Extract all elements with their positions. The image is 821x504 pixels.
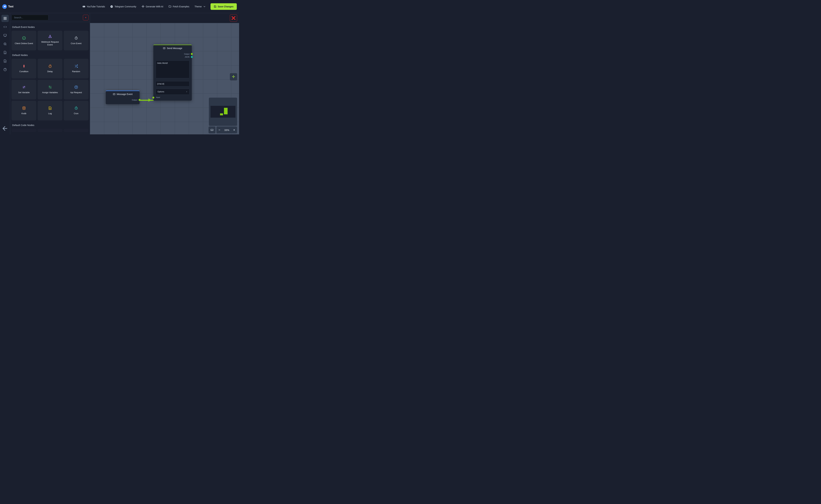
port-input-label: Input bbox=[156, 96, 160, 98]
fetch-label: Fetch Examples bbox=[173, 5, 189, 8]
check-circle-icon bbox=[22, 36, 26, 40]
input-port[interactable] bbox=[152, 97, 154, 99]
telegram-icon bbox=[3, 5, 6, 8]
sparkle-icon bbox=[232, 75, 235, 78]
card-api-request[interactable]: Api Request bbox=[64, 80, 88, 99]
rail-search-button[interactable] bbox=[1, 40, 9, 48]
rail-nodes-button[interactable] bbox=[1, 15, 9, 22]
panel-close-button[interactable] bbox=[83, 15, 88, 20]
svg-point-19 bbox=[23, 106, 25, 107]
svg-rect-14 bbox=[23, 65, 24, 67]
card-cron-event[interactable]: Cron Event bbox=[64, 31, 88, 50]
card-condition[interactable]: Condition bbox=[11, 59, 36, 78]
keyboard-shortcuts-button[interactable] bbox=[209, 126, 216, 133]
minimap[interactable] bbox=[209, 98, 237, 126]
card-label: Log bbox=[48, 112, 52, 115]
timer-icon bbox=[74, 106, 78, 110]
port-output-label: Output bbox=[132, 99, 137, 101]
card-code-placeholder[interactable] bbox=[38, 129, 62, 132]
zoom-in-button[interactable] bbox=[231, 126, 237, 133]
card-client-online-event[interactable]: Client Online Event bbox=[11, 31, 36, 50]
message-text-input[interactable] bbox=[156, 61, 189, 78]
output-port[interactable] bbox=[191, 53, 193, 55]
fetch-examples-link[interactable]: Fetch Examples bbox=[166, 3, 192, 10]
database-icon bbox=[22, 106, 26, 110]
card-label: Condition bbox=[19, 70, 28, 73]
ai-assist-button[interactable] bbox=[230, 73, 237, 80]
grid-icon bbox=[3, 17, 7, 20]
search-input[interactable] bbox=[11, 15, 48, 20]
svg-rect-6 bbox=[4, 34, 6, 36]
zoom-percentage: 33% bbox=[222, 129, 231, 131]
zoom-in-icon bbox=[3, 42, 7, 46]
svg-rect-23 bbox=[211, 129, 213, 131]
message-icon bbox=[113, 93, 115, 95]
chevron-right-icon bbox=[186, 91, 188, 93]
rail-code-button[interactable] bbox=[1, 23, 9, 31]
monitor-icon bbox=[3, 34, 7, 37]
zoom-out-button[interactable] bbox=[217, 126, 222, 133]
sparkle-icon bbox=[141, 5, 144, 8]
app-title: Test bbox=[8, 5, 13, 8]
node-send-message[interactable]: Send Message Output JSON bbox=[153, 45, 192, 101]
card-kvdb[interactable]: Kvdb bbox=[11, 101, 36, 120]
app-logo[interactable]: Test bbox=[2, 4, 13, 9]
save-changes-button[interactable]: Save Changes bbox=[211, 3, 237, 10]
upload-icon bbox=[74, 85, 78, 89]
card-code-placeholder[interactable] bbox=[64, 129, 88, 132]
send-icon bbox=[163, 47, 165, 50]
close-icon bbox=[230, 15, 237, 21]
rail-back-button[interactable] bbox=[1, 125, 9, 132]
svg-rect-2 bbox=[4, 17, 5, 18]
telegram-icon bbox=[110, 5, 113, 8]
rail-help-button[interactable] bbox=[1, 66, 9, 73]
json-port[interactable] bbox=[191, 56, 193, 58]
card-code-placeholder[interactable] bbox=[11, 129, 36, 132]
card-label: Random bbox=[72, 70, 80, 73]
canvas-close-button[interactable] bbox=[230, 14, 237, 22]
folder-icon bbox=[168, 5, 171, 8]
node-title: Send Message bbox=[167, 47, 182, 50]
shuffle-icon bbox=[74, 64, 78, 68]
generate-ai-link[interactable]: Generate With AI bbox=[139, 3, 166, 10]
card-cron[interactable]: Cron bbox=[64, 101, 88, 120]
options-expand[interactable]: Options bbox=[156, 89, 189, 95]
card-assign-variables[interactable]: Assign Variables bbox=[38, 80, 62, 99]
section-event-nodes: Default Event Nodes bbox=[12, 26, 88, 28]
card-delay[interactable]: Delay bbox=[38, 59, 62, 78]
theme-label: Theme bbox=[194, 5, 202, 8]
rail-import-button[interactable] bbox=[1, 57, 9, 65]
stopwatch-icon bbox=[48, 64, 52, 68]
connection-arrow bbox=[148, 98, 151, 102]
svg-rect-3 bbox=[5, 17, 6, 18]
section-default-nodes: Default Nodes bbox=[12, 54, 88, 56]
chat-id-input[interactable] bbox=[156, 81, 189, 86]
swap-icon bbox=[48, 85, 52, 89]
telegram-label: Telegram Community bbox=[114, 5, 136, 8]
card-label: Assign Variables bbox=[42, 91, 58, 94]
rail-export-button[interactable] bbox=[1, 49, 9, 56]
theme-dropdown[interactable]: Theme bbox=[192, 3, 209, 10]
rail-preview-button[interactable] bbox=[1, 32, 9, 39]
youtube-label: YouTube Tutorials bbox=[87, 5, 105, 8]
svg-point-17 bbox=[23, 87, 24, 88]
svg-rect-5 bbox=[5, 19, 6, 20]
card-label: Cron Event bbox=[71, 42, 81, 45]
card-log[interactable]: Log bbox=[38, 101, 62, 120]
node-message-event[interactable]: Message Event Output bbox=[106, 91, 139, 104]
card-random[interactable]: Random bbox=[64, 59, 88, 78]
telegram-community-link[interactable]: Telegram Community bbox=[107, 3, 139, 10]
card-label: Cron bbox=[74, 112, 78, 115]
card-label: Delay bbox=[47, 70, 53, 73]
flow-canvas[interactable]: Message Event Output bbox=[90, 23, 239, 134]
svg-point-12 bbox=[50, 35, 51, 36]
chevron-down-icon bbox=[203, 5, 206, 8]
port-json-label: JSON bbox=[185, 56, 189, 58]
code-icon bbox=[3, 25, 7, 29]
connection-wire bbox=[139, 100, 154, 101]
card-webhook-event[interactable]: Webhook Request Event bbox=[38, 31, 62, 50]
card-set-variable[interactable]: Set Variable bbox=[11, 80, 36, 99]
svg-point-16 bbox=[24, 86, 25, 87]
card-label: Set Variable bbox=[18, 91, 30, 94]
youtube-tutorials-link[interactable]: YouTube Tutorials bbox=[80, 3, 108, 10]
